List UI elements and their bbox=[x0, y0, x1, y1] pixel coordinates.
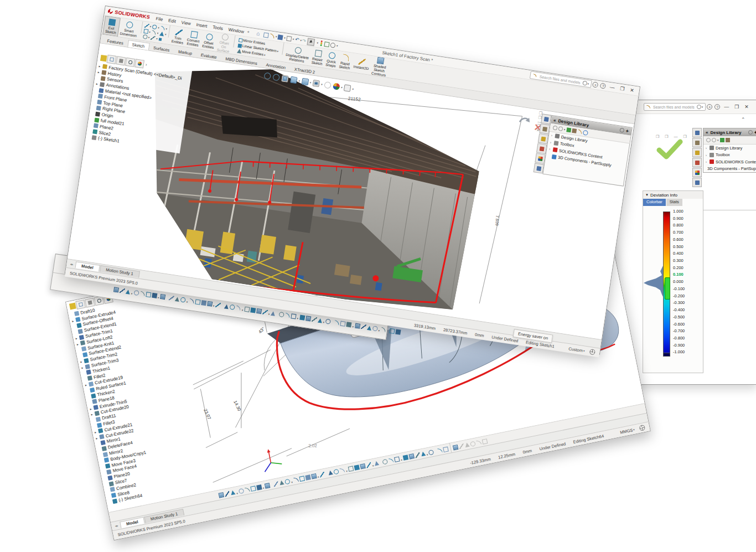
library-item[interactable]: 3D Components - PartSupply bbox=[703, 166, 756, 173]
toolbar-icon[interactable] bbox=[279, 312, 284, 317]
forward-icon[interactable] bbox=[558, 126, 563, 131]
toolbar-icon[interactable] bbox=[238, 488, 244, 494]
design-library-header[interactable]: «Design Library✦ bbox=[703, 128, 756, 136]
status-units[interactable]: MMGS bbox=[619, 427, 633, 435]
print-icon[interactable] bbox=[286, 35, 292, 41]
toolbar-icon[interactable] bbox=[333, 469, 339, 475]
toolbar-icon[interactable] bbox=[367, 326, 372, 331]
task-pane[interactable]: ❐ ❐ — ❐ ✕ «Design Library✦ ▾ ›Design Lib… bbox=[534, 114, 633, 186]
toolbar-icon[interactable] bbox=[256, 484, 262, 491]
toolbar-icon[interactable] bbox=[250, 308, 256, 313]
menu-tools[interactable]: Tools bbox=[213, 24, 224, 31]
shaded-sketch-contours-button[interactable]: Shaded Sketch Contours bbox=[370, 56, 390, 77]
task-pane-tab-strip[interactable] bbox=[692, 128, 702, 188]
select-cursor-active[interactable] bbox=[307, 38, 315, 46]
menu-insert[interactable]: Insert bbox=[196, 22, 208, 29]
toolbar-icon[interactable] bbox=[366, 462, 372, 468]
sketch-entity-grid[interactable]: ▾▾▾ ▾▾▾ ▾▾ bbox=[142, 22, 168, 44]
toolbar-icon[interactable] bbox=[207, 301, 213, 307]
pin-icon[interactable]: ✦ bbox=[754, 130, 756, 135]
toolbar-icon[interactable] bbox=[421, 451, 426, 456]
toolbar-icon[interactable] bbox=[120, 288, 125, 293]
instant2d-button[interactable]: Instant2D bbox=[351, 53, 372, 75]
toolbar-icon[interactable] bbox=[235, 306, 241, 311]
toolbar-icon[interactable] bbox=[354, 465, 360, 471]
tab-scroll-icons[interactable]: ◂▸ bbox=[70, 262, 74, 266]
toolbar-icon[interactable] bbox=[139, 291, 145, 297]
back-icon[interactable] bbox=[553, 126, 558, 131]
confirm-check-icon[interactable] bbox=[656, 139, 683, 160]
menu-file[interactable]: File bbox=[156, 16, 163, 22]
toolbar-icon[interactable] bbox=[389, 328, 395, 334]
add-to-library-icon[interactable] bbox=[720, 138, 724, 142]
toolbar-icon[interactable] bbox=[334, 320, 340, 326]
toolbar-icon[interactable] bbox=[415, 452, 421, 458]
tab-scroll-icons[interactable]: ◂▸ bbox=[115, 523, 118, 528]
design-library-panel[interactable]: «Design Library✦ ▾ ›Design Library›Toolb… bbox=[542, 115, 632, 187]
toolbar-icon[interactable] bbox=[319, 472, 325, 478]
toolbar-icon[interactable] bbox=[244, 307, 250, 312]
feature-tree[interactable]: ▸Factory Scan (Default) <<Default>_Di▸Hi… bbox=[87, 63, 191, 154]
display-style-icon[interactable] bbox=[301, 78, 309, 86]
toolbar-icon[interactable] bbox=[133, 290, 139, 296]
tab-configuration-manager[interactable] bbox=[85, 298, 95, 308]
chevron-down-icon[interactable]: ▾ bbox=[633, 428, 635, 431]
hide-show-active[interactable] bbox=[312, 80, 320, 87]
globe-icon[interactable] bbox=[639, 425, 645, 431]
gear-icon[interactable] bbox=[620, 128, 625, 133]
design-library-icon[interactable] bbox=[692, 138, 702, 147]
restore-button[interactable]: ❐ bbox=[620, 86, 625, 91]
tab-stats[interactable]: Stats bbox=[666, 199, 682, 206]
add-file-location-icon[interactable] bbox=[726, 138, 730, 142]
search-box[interactable]: Search files and models ▾ bbox=[644, 103, 706, 111]
save-icon[interactable] bbox=[278, 34, 283, 40]
dim-right-label[interactable]: 7.609 bbox=[494, 215, 500, 226]
toolbar-icon[interactable] bbox=[265, 483, 271, 489]
menu-edit[interactable]: Edit bbox=[168, 18, 177, 24]
toolbar-icon[interactable] bbox=[443, 446, 449, 452]
status-profile[interactable]: Custom bbox=[568, 346, 583, 353]
menu-view[interactable]: View bbox=[181, 19, 191, 25]
tab-colorbar[interactable]: Colorbar bbox=[643, 199, 666, 206]
home-icon[interactable] bbox=[692, 128, 702, 137]
toolbar-icon[interactable] bbox=[402, 455, 408, 461]
featuremanager-icon[interactable] bbox=[100, 55, 107, 62]
toolbar-icon[interactable] bbox=[160, 294, 165, 300]
chevron-down-icon[interactable]: ▾ bbox=[583, 349, 585, 352]
toolbar-icon[interactable] bbox=[271, 311, 276, 316]
toolbar-icon[interactable] bbox=[215, 302, 221, 308]
scene-icon[interactable] bbox=[333, 82, 340, 90]
exit-sketch-corner-icon[interactable] bbox=[518, 115, 531, 125]
toolbar-icon[interactable] bbox=[437, 447, 443, 453]
toolbar-icon[interactable] bbox=[273, 481, 279, 487]
toolbar-icon[interactable] bbox=[428, 450, 434, 456]
expand-icon[interactable]: › bbox=[145, 62, 147, 67]
zoom-fit-icon[interactable] bbox=[263, 72, 271, 80]
toolbar-icon[interactable] bbox=[224, 491, 230, 497]
restore-button[interactable]: ❐ bbox=[734, 105, 739, 110]
toolbar-icon[interactable] bbox=[339, 467, 345, 473]
options-gear-icon[interactable] bbox=[330, 42, 336, 48]
toolbar-icon[interactable] bbox=[394, 456, 400, 462]
globe-icon[interactable] bbox=[589, 349, 596, 355]
collapse-triangle-icon[interactable]: ▼ bbox=[645, 193, 649, 197]
toolbar-icon[interactable] bbox=[348, 466, 354, 472]
gear-icon[interactable] bbox=[748, 130, 753, 135]
toolbar-icon[interactable] bbox=[218, 492, 224, 498]
smart-dimension-button[interactable]: Smart Dimension bbox=[118, 18, 141, 39]
toolbar-icon[interactable] bbox=[230, 305, 235, 310]
zoom-area-icon[interactable] bbox=[272, 74, 280, 81]
toolbar-icon[interactable] bbox=[175, 297, 180, 302]
appearance-icon[interactable] bbox=[324, 81, 332, 89]
toolbar-icon[interactable] bbox=[317, 318, 322, 323]
open-icon[interactable] bbox=[270, 33, 275, 39]
toolbar-icon[interactable] bbox=[189, 298, 194, 304]
toolbar-icon[interactable] bbox=[408, 453, 415, 460]
undo-icon[interactable]: ↶ bbox=[294, 37, 299, 43]
toolbar-icon[interactable] bbox=[146, 292, 151, 297]
toolbar-icon[interactable] bbox=[361, 324, 366, 329]
featuremanager-icon[interactable] bbox=[69, 303, 76, 310]
toolbar-icon[interactable] bbox=[293, 477, 299, 483]
toolbar-icon[interactable] bbox=[374, 461, 379, 466]
close-button[interactable]: ✕ bbox=[630, 87, 635, 93]
